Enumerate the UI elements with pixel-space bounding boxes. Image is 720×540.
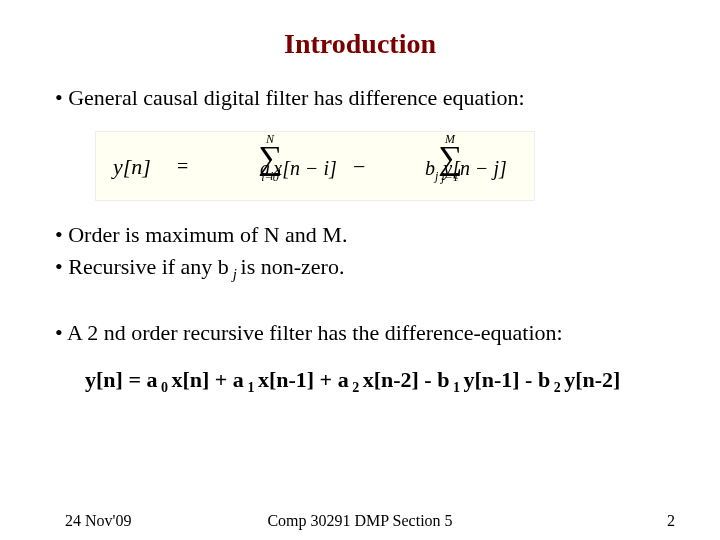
footer-course: Comp 30291 DMP Section 5 — [0, 512, 720, 530]
eq2-subscript: 1 — [244, 380, 258, 395]
equation-2: y[n] = a 0 x[n] + a 1 x[n-1] + a 2 x[n-2… — [85, 366, 680, 398]
bullet-1: • General causal digital filter has diff… — [55, 84, 680, 113]
bullet-4: • A 2 nd order recursive filter has the … — [55, 319, 680, 348]
eq-minus: − — [353, 153, 365, 182]
bullet-3-sub: j — [229, 267, 241, 283]
eq2-text: x[n-1] + a — [258, 367, 349, 392]
eq2-text: y[n] = a — [85, 367, 157, 392]
equation-image: y[n] = N ∑ i=0 aix[n − i] − M ∑ j=1 bj y… — [95, 131, 535, 201]
sum1-coeff: a — [260, 157, 270, 179]
eq-lhs: y[n] — [113, 153, 151, 182]
eq-sum-1: N ∑ i=0 aix[n − i] — [215, 133, 325, 183]
bullet-3-pre: • Recursive if any b — [55, 254, 229, 279]
eq2-subscript: 1 — [449, 380, 463, 395]
page-title: Introduction — [0, 28, 720, 60]
sum2-term: bj y[n − j] — [425, 155, 507, 185]
sum2-coeff: b — [425, 157, 435, 179]
sum2-rest: y[n − j] — [438, 157, 507, 179]
eq2-subscript: 0 — [157, 380, 171, 395]
bullet-3: • Recursive if any b j is non-zero. — [55, 253, 680, 285]
sum1-term: aix[n − i] — [260, 155, 337, 185]
sum1-rest: x[n − i] — [273, 157, 337, 179]
eq2-text: y[n-2] — [564, 367, 620, 392]
eq2-text: y[n-1] - b — [463, 367, 550, 392]
eq-sum-2: M ∑ j=1 bj y[n − j] — [385, 133, 515, 183]
slide: Introduction • General causal digital fi… — [0, 0, 720, 540]
bullet-3-post: is non-zero. — [241, 254, 345, 279]
footer-page-number: 2 — [667, 512, 675, 530]
eq-equals: = — [177, 153, 188, 179]
eq2-subscript: 2 — [550, 380, 564, 395]
body-content: • General causal digital filter has diff… — [55, 80, 680, 397]
eq2-text: x[n-2] - b — [363, 367, 450, 392]
eq2-subscript: 2 — [349, 380, 363, 395]
bullet-2: • Order is maximum of N and M. — [55, 221, 680, 250]
eq2-text: x[n] + a — [171, 367, 243, 392]
